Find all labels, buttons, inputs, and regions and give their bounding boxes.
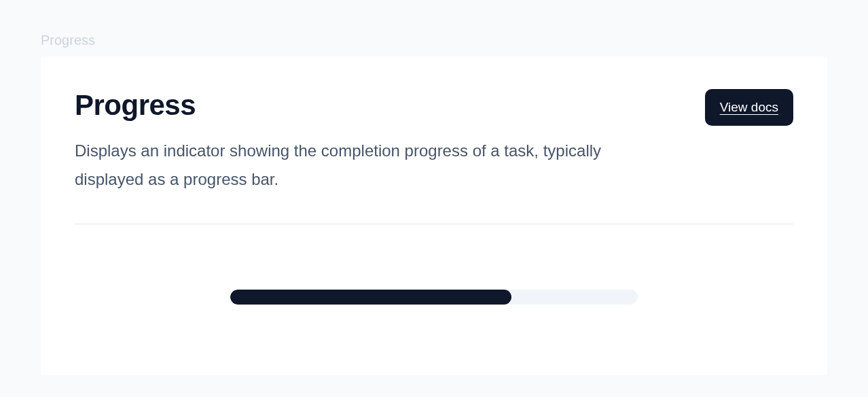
view-docs-button[interactable]: View docs <box>705 89 793 126</box>
progress-bar-fill <box>230 290 511 305</box>
demo-area <box>75 224 793 337</box>
page-container: Progress Progress Displays an indicator … <box>0 0 868 375</box>
view-docs-label: View docs <box>720 100 778 114</box>
header-text-block: Progress Displays an indicator showing t… <box>75 89 632 194</box>
progress-bar-track <box>230 290 638 305</box>
component-card: Progress Displays an indicator showing t… <box>41 56 827 375</box>
card-header: Progress Displays an indicator showing t… <box>75 89 793 194</box>
component-description: Displays an indicator showing the comple… <box>75 137 632 194</box>
page-title: Progress <box>75 89 632 122</box>
breadcrumb: Progress <box>41 33 827 48</box>
